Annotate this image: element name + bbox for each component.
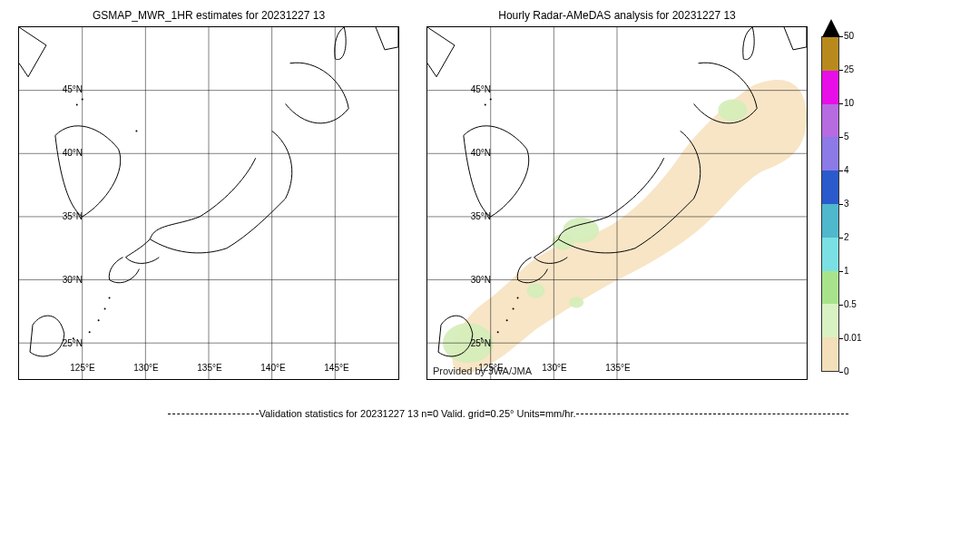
colorbar-tick: 25 (844, 64, 854, 74)
colorbar-over-arrow (822, 19, 840, 37)
right-map: 45°N 40°N 35°N 30°N 25°N 125°E 130°E 135… (426, 26, 808, 380)
colorbar-swatch (822, 271, 838, 305)
svg-point-35 (513, 307, 514, 309)
colorbar-tick: 10 (844, 98, 854, 108)
svg-point-13 (104, 307, 106, 309)
lat-30n: 30°N (46, 275, 83, 285)
left-map-svg (19, 27, 398, 379)
validation-stats: Validation statistics for 20231227 13 n=… (0, 408, 980, 419)
colorbar-tick: 50 (844, 31, 854, 41)
svg-point-22 (527, 284, 545, 298)
colorbar-tick: 5 (844, 131, 849, 141)
validation-text: Validation statistics for 20231227 13 n=… (259, 408, 575, 419)
colorbar-tick: 2 (844, 232, 849, 242)
left-map: 45°N 40°N 35°N 30°N 25°N 125°E 130°E 135… (18, 26, 399, 380)
lat-45n: 45°N (46, 84, 83, 94)
colorbar-tick: 0 (844, 366, 849, 376)
left-map-panel: GSMAP_MWR_1HR estimates for 20231227 13 (18, 9, 399, 380)
svg-point-36 (506, 319, 508, 321)
colorbar-swatch (822, 170, 838, 204)
colorbar-swatch (822, 304, 838, 337)
right-title: Hourly Radar-AMeDAS analysis for 2023122… (426, 9, 808, 22)
svg-point-10 (82, 99, 83, 101)
right-map-panel: Hourly Radar-AMeDAS analysis for 2023122… (426, 9, 808, 380)
svg-point-21 (718, 100, 747, 122)
left-title: GSMAP_MWR_1HR estimates for 20231227 13 (18, 9, 399, 22)
svg-point-23 (569, 297, 583, 307)
lon-125e: 125°E (64, 363, 101, 373)
svg-point-12 (109, 297, 111, 298)
r-lat-25n: 25°N (455, 338, 491, 348)
svg-point-17 (135, 130, 137, 131)
colorbar-tick: 4 (844, 165, 849, 175)
colorbar-swatch (822, 238, 838, 271)
colorbar-swatch (822, 204, 838, 238)
lat-35n: 35°N (46, 211, 83, 221)
colorbar-swatch (822, 137, 838, 170)
r-lon-135e: 135°E (600, 363, 636, 373)
lon-130e: 130°E (128, 363, 164, 373)
svg-point-14 (98, 319, 100, 321)
colorbar-tick: 0.01 (844, 333, 861, 343)
svg-point-11 (76, 104, 78, 106)
svg-point-15 (89, 331, 91, 333)
r-lat-45n: 45°N (455, 84, 491, 94)
r-lat-40n: 40°N (455, 148, 491, 158)
right-map-svg (427, 27, 807, 379)
colorbar-swatches (821, 36, 839, 372)
lon-140e: 140°E (255, 363, 291, 373)
attribution: Provided by JWA/JMA (433, 365, 532, 376)
colorbar: 502510543210.50.010 (821, 36, 871, 390)
r-lat-30n: 30°N (455, 275, 491, 285)
r-lon-130e: 130°E (536, 363, 573, 373)
svg-point-37 (497, 331, 499, 333)
lon-145e: 145°E (318, 363, 355, 373)
lon-135e: 135°E (191, 363, 228, 373)
colorbar-swatch (822, 71, 838, 104)
r-lat-35n: 35°N (455, 211, 491, 221)
svg-point-33 (485, 104, 486, 106)
colorbar-swatch (822, 37, 838, 71)
colorbar-tick: 3 (844, 199, 849, 209)
colorbar-swatch (822, 337, 838, 371)
lat-40n: 40°N (46, 148, 83, 158)
colorbar-tick: 0.5 (844, 299, 857, 309)
svg-point-32 (490, 99, 492, 101)
svg-point-34 (517, 297, 519, 298)
colorbar-swatch (822, 104, 838, 138)
colorbar-tick: 1 (844, 266, 849, 276)
lat-25n: 25°N (46, 338, 83, 348)
